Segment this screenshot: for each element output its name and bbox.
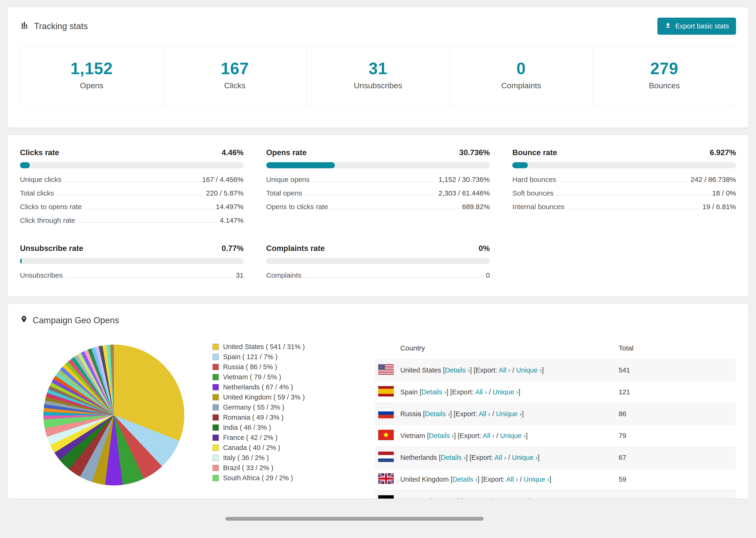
flag-cell [374,403,400,425]
country-cell: Vietnam [Details ›] [Export: All › / Uni… [400,425,619,447]
rate-stat-label: Internal bounces [512,202,565,211]
rate-stat-value: 220 / 5.87% [206,188,244,198]
rate-stat-label: Unique clicks [20,175,62,184]
dotted-leader [66,277,233,278]
progress-bar-fill [266,162,335,168]
export-all-link[interactable]: All › [506,476,518,483]
rate-block-complaints-rate: Complaints rate0%Complaints0 [266,244,490,280]
legend-swatch [212,424,219,431]
country-name: Spain [400,388,418,396]
details-link[interactable]: Details › [425,410,450,418]
rate-stat-value: 19 / 6.81% [702,202,736,211]
dotted-leader [567,209,699,209]
progress-bar [20,258,244,264]
export-all-link[interactable]: All › [486,497,498,499]
stats-summary-row: 1,152Opens167Clicks31Unsubscribes0Compla… [20,46,736,106]
rate-stat-label: Unsubscribes [20,271,63,280]
export-all-link[interactable]: All › [499,366,511,374]
flag-gb-icon [378,473,394,484]
legend-item-south-africa: South Africa ( 29 / 2% ) [212,473,374,483]
rate-block-bounce-rate: Bounce rate6.927%Hard bounces242 / 86.73… [512,148,736,225]
dotted-leader [57,195,203,195]
rate-stat-row: Total opens2,303 / 61.446% [266,188,490,198]
export-basic-stats-button[interactable]: Export basic stats [657,18,736,35]
export-all-link[interactable]: All › [495,454,506,461]
export-unique-link[interactable]: Unique › [512,454,538,461]
flag-column-header [374,339,400,359]
details-link[interactable]: Details › [429,432,454,439]
tracking-stats-card: Tracking stats Export basic stats 1,152O… [8,7,748,128]
country-name: Netherlands [400,454,437,461]
legend-item-netherlands: Netherlands ( 67 / 4% ) [212,382,374,392]
details-link[interactable]: Details › [453,476,477,483]
legend-swatch [212,414,219,421]
rate-stat-row: Unsubscribes31 [20,271,244,280]
rate-stat-value: 689.82% [462,202,490,211]
rates-card: Clicks rate4.46%Unique clicks167 / 4.456… [8,135,748,297]
export-unique-link[interactable]: Unique › [523,476,549,483]
rate-percent: 0.77% [222,244,244,253]
tracking-stats-header: Tracking stats Export basic stats [20,18,736,35]
stat-card-bounces: 279Bounces [593,46,736,106]
export-unique-link[interactable]: Unique › [503,497,529,499]
details-link[interactable]: Details › [421,388,446,396]
progress-bar-fill [20,258,22,264]
export-all-link[interactable]: All › [475,388,487,396]
country-column-header: Country [400,339,619,359]
geo-pie-chart [43,345,184,485]
country-total: 55 [619,490,736,499]
country-row-vietnam: Vietnam [Details ›] [Export: All › / Uni… [374,425,736,447]
export-all-link[interactable]: All › [483,432,495,439]
rate-block-unsubscribe-rate: Unsubscribe rate0.77%Unsubscribes31 [20,244,244,280]
rate-stat-label: Total opens [266,188,302,198]
geo-opens-card: Campaign Geo Opens United States ( 541 /… [8,304,748,499]
country-row-united-kingdom: United Kingdom [Details ›] [Export: All … [374,468,736,490]
export-unique-link[interactable]: Unique › [516,366,542,374]
legend-swatch [212,364,219,370]
horizontal-scrollbar[interactable] [225,517,484,521]
rate-title: Bounce rate [512,148,557,157]
flag-es-icon [378,386,394,397]
rate-percent: 0% [479,244,490,253]
country-cell: Netherlands [Details ›] [Export: All › /… [400,447,619,468]
geo-opens-header: Campaign Geo Opens [20,315,736,325]
bar-chart-icon [20,21,29,32]
legend-item-germany: Germany ( 55 / 3% ) [212,402,374,412]
export-icon [665,22,672,30]
flag-cell [374,490,400,499]
rate-stat-value: 1,152 / 30.736% [439,175,490,184]
country-total: 86 [619,403,736,425]
country-cell: Russia [Details ›] [Export: All › / Uniq… [400,403,619,425]
country-name: Vietnam [400,432,425,439]
legend-swatch [212,475,219,481]
export-unique-link[interactable]: Unique › [500,432,526,439]
rate-title: Unsubscribe rate [20,244,83,253]
map-pin-icon [20,315,28,325]
section-title: Campaign Geo Opens [33,315,119,325]
stat-label: Unsubscribes [307,81,450,90]
details-link[interactable]: Details › [445,366,470,374]
legend-swatch [212,354,219,360]
export-unique-link[interactable]: Unique › [496,410,522,418]
rate-stat-label: Total clicks [20,188,54,198]
progress-bar [512,162,736,168]
flag-ru-icon [378,408,394,418]
country-name: Germany [400,497,428,499]
export-unique-link[interactable]: Unique › [493,388,518,396]
rate-stat-row: Complaints0 [266,271,490,280]
stat-value: 1,152 [20,60,163,77]
legend-swatch [212,465,219,471]
rate-title: Opens rate [266,148,307,157]
legend-label: Canada ( 40 / 2% ) [223,443,280,453]
legend-swatch [212,374,219,380]
rate-stat-label: Unique opens [266,175,310,184]
details-link[interactable]: Details › [441,454,466,461]
details-link[interactable]: Details › [432,497,457,499]
export-all-link[interactable]: All › [479,410,490,418]
stat-card-clicks: 167Clicks [163,46,306,106]
country-row-netherlands: Netherlands [Details ›] [Export: All › /… [374,447,736,468]
dotted-leader [559,182,688,182]
legend-label: Germany ( 55 / 3% ) [223,402,284,412]
dotted-leader [305,195,436,195]
progress-bar [20,162,244,168]
